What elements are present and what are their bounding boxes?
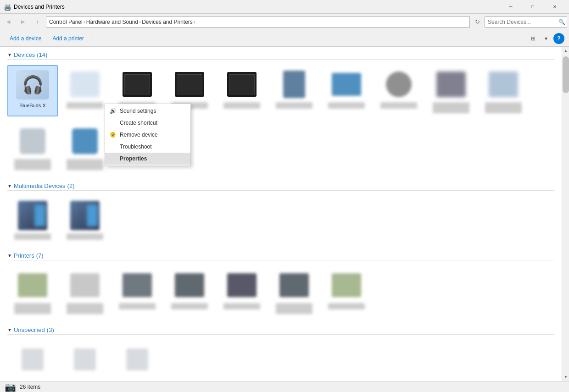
devices-grid-row2: [7, 120, 554, 175]
refresh-button[interactable]: ↻: [472, 17, 483, 28]
device-item-2[interactable]: [60, 65, 110, 116]
path-hardware-sound[interactable]: Hardware and Sound: [86, 19, 138, 25]
unspecified-grid: [7, 338, 554, 381]
device-name-tower: [276, 102, 312, 109]
context-menu-remove-device[interactable]: Remove device: [105, 129, 190, 141]
printer-name-4: [171, 303, 208, 309]
add-printer-button[interactable]: Add a printer: [47, 33, 89, 44]
devices-grid: 🎧 BlueBuds X: [7, 63, 554, 118]
multimedia-section-title[interactable]: Multimedia Devices: [14, 182, 66, 189]
multimedia-section-header: ▼ Multimedia Devices (2): [7, 182, 554, 191]
context-menu-properties[interactable]: Properties: [105, 153, 190, 165]
scroll-thumb[interactable]: [563, 56, 569, 93]
troubleshoot-icon: [109, 143, 117, 151]
multimedia-device-2[interactable]: [60, 196, 110, 243]
printer-name-7: [328, 303, 365, 309]
add-device-button[interactable]: Add a device: [5, 33, 46, 44]
headset-white-icon: [14, 125, 51, 157]
printers-collapse-arrow[interactable]: ▼: [7, 253, 12, 258]
camera-icon: 📷: [5, 381, 16, 392]
device-webcam[interactable]: [374, 65, 424, 116]
device-bluebuds-x[interactable]: 🎧 BlueBuds X: [7, 65, 58, 116]
window-controls: ─ □ ✕: [500, 0, 565, 14]
printer-1[interactable]: [7, 266, 58, 317]
laptop-icon: [328, 68, 365, 100]
printer-3[interactable]: [112, 266, 162, 317]
multimedia-section: ▼ Multimedia Devices (2): [7, 182, 554, 245]
create-shortcut-icon: [109, 119, 117, 127]
device-laptop[interactable]: [321, 65, 372, 116]
multimedia-name-1: [14, 233, 51, 240]
printer-5[interactable]: [217, 266, 267, 317]
devices-section-header: ▼ Devices (14): [7, 51, 554, 60]
unspecified-icon-1: [14, 343, 51, 375]
multimedia-grid: [7, 194, 554, 245]
search-input[interactable]: [488, 19, 557, 25]
help-button[interactable]: ?: [553, 33, 564, 44]
printer-2[interactable]: [60, 266, 110, 317]
printers-section: ▼ Printers (7): [7, 252, 554, 319]
unspecified-device-1[interactable]: [7, 340, 58, 381]
printer-7[interactable]: [321, 266, 372, 317]
window-title: Devices and Printers: [14, 4, 500, 10]
device-headset-white[interactable]: [7, 122, 58, 173]
printers-section-title[interactable]: Printers: [14, 252, 34, 259]
multimedia-device-1[interactable]: [7, 196, 58, 243]
search-icon: 🔍: [558, 19, 565, 25]
printer-icon-6: [276, 269, 312, 301]
view-arrow-button[interactable]: ▾: [541, 33, 552, 44]
unspecified-collapse-arrow[interactable]: ▼: [7, 327, 12, 332]
printer-name-5: [223, 303, 260, 309]
multimedia-icon-2: [67, 199, 103, 232]
address-bar: ◀ ▶ ↑ Control Panel › Hardware and Sound…: [0, 14, 569, 30]
device-computer-tower[interactable]: [269, 65, 319, 116]
multimedia-collapse-arrow[interactable]: ▼: [7, 183, 12, 188]
printers-grid: [7, 264, 554, 319]
device-monitor-3[interactable]: [217, 65, 267, 116]
printer-6[interactable]: [269, 266, 319, 317]
close-button[interactable]: ✕: [544, 0, 565, 14]
printer-icon-5: [223, 269, 260, 301]
device-item-10[interactable]: [478, 65, 529, 116]
forward-button[interactable]: ▶: [17, 16, 29, 28]
title-bar: 🖨️ Devices and Printers ─ □ ✕: [0, 0, 569, 14]
devices-section-title[interactable]: Devices: [14, 51, 35, 58]
view-button[interactable]: ⊞: [528, 33, 539, 44]
device-name-2: [67, 102, 103, 109]
scroll-up-arrow[interactable]: ▲: [562, 47, 569, 55]
device-item-9[interactable]: [426, 65, 476, 116]
scroll-track[interactable]: [562, 55, 569, 373]
up-button[interactable]: ↑: [31, 16, 44, 28]
path-control-panel[interactable]: Control Panel: [49, 19, 83, 25]
unspecified-section-title[interactable]: Unspecified: [14, 326, 45, 333]
devices-collapse-arrow[interactable]: ▼: [7, 52, 12, 57]
back-button[interactable]: ◀: [2, 16, 15, 28]
multimedia-count: (2): [67, 182, 75, 189]
printer-name-1: [14, 303, 51, 314]
device-name-laptop: [328, 102, 365, 109]
device-icon-9: [433, 68, 469, 100]
path-devices-printers[interactable]: Devices and Printers: [142, 19, 193, 25]
context-menu-create-shortcut[interactable]: Create shortcut: [105, 117, 190, 129]
main-content: ▼ Devices (14) 🎧 BlueBuds X: [0, 47, 569, 381]
webcam-icon: [380, 68, 417, 100]
toolbar-separator: [93, 34, 93, 43]
search-box[interactable]: 🔍: [485, 17, 567, 28]
scrollbar: ▲ ▼: [562, 47, 569, 381]
unspecified-device-2[interactable]: [60, 340, 110, 381]
context-menu-troubleshoot[interactable]: Troubleshoot: [105, 141, 190, 153]
address-path[interactable]: Control Panel › Hardware and Sound › Dev…: [46, 17, 470, 28]
window-icon: 🖨️: [4, 3, 11, 11]
status-camera-area: 📷 26 items: [5, 381, 40, 392]
device-headset-blue[interactable]: [60, 122, 110, 173]
maximize-button[interactable]: □: [522, 0, 543, 14]
unspecified-icon-2: [67, 343, 103, 375]
context-menu-sound-settings[interactable]: 🔊 Sound settings: [105, 105, 190, 117]
status-bar: 📷 26 items: [0, 381, 569, 392]
unspecified-device-3[interactable]: [112, 340, 162, 381]
minimize-button[interactable]: ─: [500, 0, 521, 14]
printer-4[interactable]: [164, 266, 215, 317]
device-name-9: [433, 102, 469, 113]
toolbar: Add a device Add a printer ⊞ ▾ ?: [0, 30, 569, 47]
scroll-down-arrow[interactable]: ▼: [562, 373, 569, 381]
